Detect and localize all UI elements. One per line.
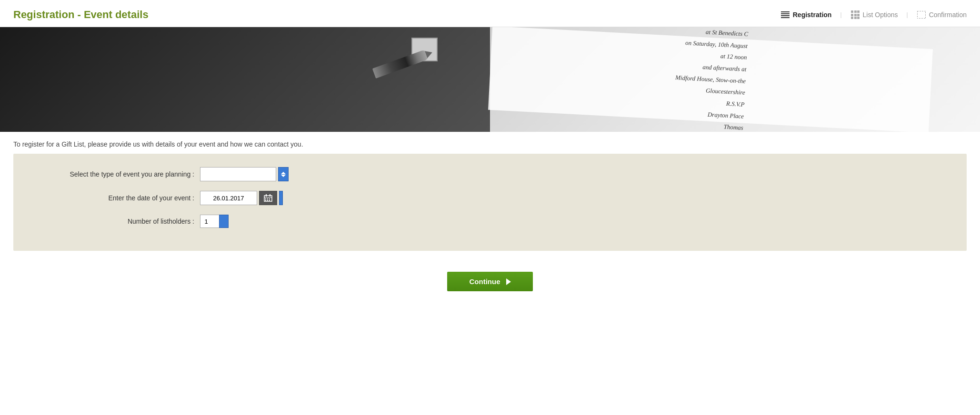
nav-step-list-options-label: List Options bbox=[863, 11, 898, 19]
letter-line-9: Thomas bbox=[723, 123, 743, 131]
letter-line-6: Gloucestershire bbox=[706, 87, 745, 96]
listholders-control bbox=[200, 215, 229, 228]
button-area: Continue bbox=[0, 262, 980, 306]
continue-button[interactable]: Continue bbox=[447, 272, 533, 291]
continue-button-label: Continue bbox=[470, 277, 500, 286]
event-type-row: Select the type of event you are plannin… bbox=[32, 167, 948, 181]
spinner-up-icon bbox=[281, 172, 286, 174]
letter-line-4: and afterwards at bbox=[702, 63, 747, 73]
grid-icon bbox=[850, 10, 860, 20]
listholders-row: Number of listholders : bbox=[32, 215, 948, 228]
page-title: Registration - Event details bbox=[13, 9, 149, 21]
svg-rect-18 bbox=[265, 198, 266, 199]
calendar-icon bbox=[264, 194, 272, 202]
calendar-dropdown-btn[interactable] bbox=[279, 191, 283, 205]
svg-rect-15 bbox=[266, 194, 267, 197]
letter-line-8: Drayton Place bbox=[708, 111, 744, 120]
nav-step-registration[interactable]: Registration bbox=[780, 10, 832, 20]
event-type-control: Wedding Birthday Anniversary Christening bbox=[200, 167, 289, 181]
step-navigation: Registration | List Options | bbox=[780, 10, 967, 20]
hero-letter-text: at St Benedicts C on Saturday, 10th Augu… bbox=[672, 27, 748, 132]
step-separator-1: | bbox=[840, 11, 841, 18]
page-description: To register for a Gift List, please prov… bbox=[0, 132, 980, 154]
svg-rect-5 bbox=[854, 10, 857, 13]
event-date-row: Enter the date of your event : bbox=[32, 191, 948, 205]
page-header: Registration - Event details Registratio… bbox=[0, 0, 980, 27]
svg-rect-10 bbox=[851, 17, 853, 19]
svg-rect-22 bbox=[267, 200, 268, 201]
event-type-label: Select the type of event you are plannin… bbox=[32, 170, 194, 178]
letter-line-7: R.S.V.P bbox=[726, 100, 745, 108]
letter-line-5: Midford House, Stow-on-the bbox=[675, 74, 746, 85]
nav-step-registration-label: Registration bbox=[793, 11, 832, 19]
nav-step-list-options[interactable]: List Options bbox=[850, 10, 898, 20]
svg-rect-16 bbox=[270, 194, 270, 197]
svg-rect-3 bbox=[781, 17, 790, 18]
event-date-input[interactable] bbox=[200, 191, 257, 205]
calendar-btn-inner bbox=[264, 194, 272, 202]
description-text: To register for a Gift List, please prov… bbox=[13, 140, 303, 148]
svg-rect-21 bbox=[265, 200, 266, 201]
nav-step-confirmation-label: Confirmation bbox=[929, 11, 967, 19]
svg-rect-9 bbox=[857, 14, 860, 16]
listholders-label: Number of listholders : bbox=[32, 217, 194, 225]
letter-line-1: at St Benedicts C bbox=[706, 28, 749, 38]
svg-rect-13 bbox=[917, 11, 926, 19]
svg-rect-20 bbox=[269, 198, 270, 199]
event-date-label: Enter the date of your event : bbox=[32, 194, 194, 202]
hero-dark-bg bbox=[0, 27, 539, 132]
hero-banner: at St Benedicts C on Saturday, 10th Augu… bbox=[0, 27, 980, 132]
event-form: Select the type of event you are plannin… bbox=[13, 154, 967, 251]
event-date-control bbox=[200, 191, 283, 205]
svg-rect-11 bbox=[854, 17, 857, 19]
svg-rect-1 bbox=[781, 13, 790, 14]
calendar-button[interactable] bbox=[259, 191, 277, 205]
svg-rect-8 bbox=[854, 14, 857, 16]
continue-arrow-icon bbox=[506, 278, 511, 285]
svg-rect-0 bbox=[781, 11, 790, 12]
svg-rect-7 bbox=[851, 14, 853, 16]
svg-rect-2 bbox=[781, 15, 790, 16]
listholders-spinner[interactable] bbox=[219, 215, 229, 228]
step-separator-2: | bbox=[907, 11, 908, 18]
event-type-select[interactable]: Wedding Birthday Anniversary Christening bbox=[200, 167, 276, 181]
svg-rect-23 bbox=[269, 200, 270, 201]
lines-icon bbox=[780, 10, 790, 20]
dashed-icon bbox=[917, 10, 926, 20]
letter-line-2: on Saturday, 10th August bbox=[685, 39, 748, 49]
svg-rect-12 bbox=[857, 17, 860, 19]
spinner-down-icon bbox=[281, 175, 286, 177]
nav-step-confirmation[interactable]: Confirmation bbox=[917, 10, 967, 20]
svg-rect-19 bbox=[267, 198, 268, 199]
event-type-spinner[interactable] bbox=[278, 167, 289, 181]
listholders-input-wrapper bbox=[200, 215, 229, 228]
letter-line-3: at 12 noon bbox=[720, 52, 747, 61]
listholders-input[interactable] bbox=[200, 215, 219, 228]
svg-rect-4 bbox=[851, 10, 853, 13]
svg-rect-6 bbox=[857, 10, 860, 13]
